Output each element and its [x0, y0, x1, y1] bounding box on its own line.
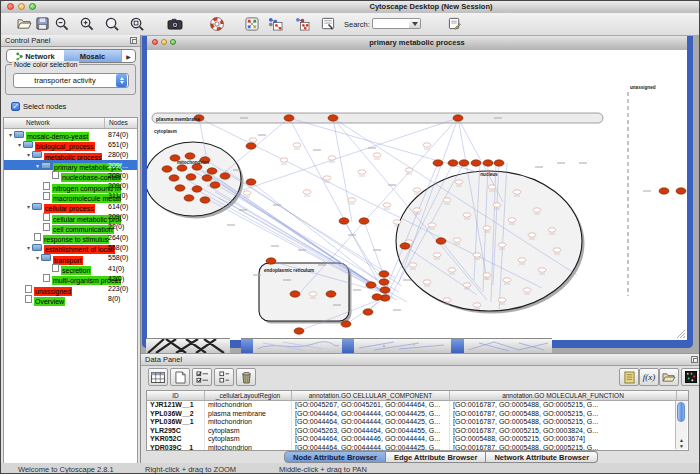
network-node[interactable] [409, 263, 417, 267]
formula-fx-icon[interactable]: f(x) [639, 368, 659, 386]
node-color-dropdown[interactable]: transporter activity [13, 73, 129, 88]
network-node[interactable] [405, 168, 413, 172]
zoom-out-icon[interactable] [53, 15, 71, 32]
help-lifebuoy-icon[interactable] [208, 15, 226, 32]
expand-arrow-icon[interactable]: ▾ [25, 151, 32, 158]
background-window-edge[interactable] [342, 338, 354, 353]
network-node-selected[interactable] [284, 115, 294, 121]
network-node-selected[interactable] [246, 143, 256, 149]
network-node-selected[interactable] [177, 165, 187, 171]
save-icon[interactable] [33, 15, 51, 32]
network-node-selected[interactable] [453, 115, 463, 121]
delete-attribute-trash-icon[interactable] [236, 368, 256, 386]
zoom-fit-icon[interactable] [103, 15, 121, 32]
network-node-selected[interactable] [186, 174, 196, 180]
network-node[interactable] [533, 208, 541, 212]
network-node[interactable] [249, 138, 257, 142]
network-node-selected[interactable] [184, 195, 194, 201]
table-row[interactable]: YPL036W__1mitochondrion[GO:0044464, GO:0… [147, 418, 688, 427]
network-node-selected[interactable] [246, 179, 256, 185]
network-node[interactable] [413, 208, 421, 212]
network-node[interactable] [483, 273, 491, 277]
network-node-selected[interactable] [400, 243, 410, 249]
table-column-header[interactable]: annotation.GO MOLECULAR_FUNCTION [450, 391, 677, 400]
network-node-selected[interactable] [380, 287, 390, 293]
network-node-selected[interactable] [266, 258, 276, 264]
network-node[interactable] [493, 203, 501, 207]
select-attributes-icon[interactable] [214, 368, 234, 386]
network-node-selected[interactable] [339, 218, 349, 224]
network-node-selected[interactable] [185, 153, 195, 159]
snapshot-camera-icon[interactable] [166, 15, 184, 32]
network-node-selected[interactable] [363, 309, 373, 315]
network-node-selected[interactable] [471, 160, 481, 166]
network-node-selected[interactable] [207, 168, 217, 174]
minimize-window-button[interactable] [18, 3, 25, 10]
new-attribute-icon[interactable] [170, 368, 190, 386]
background-window-thumbnail[interactable] [464, 338, 552, 353]
table-row[interactable]: YPL036W__2plasma membrane[GO:0044464, GO… [147, 410, 688, 419]
search-input[interactable] [372, 18, 410, 29]
annotation-form-icon[interactable] [319, 15, 337, 32]
network-node[interactable] [528, 233, 536, 237]
create-network-icon[interactable] [243, 15, 261, 32]
network-node[interactable] [373, 153, 381, 157]
zoom-selected-icon[interactable] [128, 15, 146, 32]
network-node[interactable] [463, 213, 471, 217]
table-column-header[interactable]: _cellularLayoutRegion [205, 391, 292, 400]
more-tabs-button[interactable]: ▶ [121, 50, 135, 62]
network-node-selected[interactable] [433, 160, 443, 166]
network-node[interactable] [348, 198, 356, 202]
network-node-selected[interactable] [659, 188, 669, 194]
network-node-selected[interactable] [448, 160, 458, 166]
network-node[interactable] [358, 170, 366, 174]
network-node-selected[interactable] [202, 175, 212, 181]
tab-edge-attribute-browser[interactable]: Edge Attribute Browser [386, 451, 486, 463]
network-node[interactable] [473, 253, 481, 257]
network-node[interactable] [553, 248, 561, 252]
network-node[interactable] [393, 220, 401, 224]
network-node[interactable] [483, 226, 491, 230]
network-node[interactable] [293, 143, 301, 147]
network-node-selected[interactable] [436, 238, 446, 244]
network-node-selected[interactable] [294, 328, 304, 334]
expand-arrow-icon[interactable]: ▾ [16, 141, 23, 148]
notes-icon[interactable] [619, 368, 639, 386]
network-node-selected[interactable] [290, 291, 300, 297]
network-node[interactable] [448, 268, 456, 272]
table-scrollbar[interactable]: ▲▼ [675, 401, 687, 449]
network-node-selected[interactable] [169, 175, 179, 181]
tab-node-attribute-browser[interactable]: Node Attribute Browser [284, 451, 386, 463]
network-node-selected[interactable] [326, 291, 336, 297]
network-node[interactable] [443, 198, 451, 202]
table-row[interactable]: YLR295Ccytoplasm[GO:0045263, GO:0044464,… [147, 427, 688, 436]
network-node[interactable] [453, 238, 461, 242]
table-row[interactable]: YKR052Ccytoplasm[GO:0044464, GO:0044446,… [147, 435, 688, 444]
network-node[interactable] [503, 278, 511, 282]
network-node[interactable] [433, 253, 441, 257]
network-node[interactable] [548, 228, 556, 232]
network-node-selected[interactable] [372, 294, 382, 300]
network-node-selected[interactable] [192, 186, 202, 192]
import-folder-icon[interactable] [659, 368, 679, 386]
expand-arrow-icon[interactable]: ▾ [25, 203, 32, 210]
network-node[interactable] [280, 158, 288, 162]
network-node[interactable] [498, 298, 506, 302]
network-node[interactable] [323, 176, 331, 180]
table-column-header[interactable]: ID [147, 391, 205, 400]
network-node-selected[interactable] [162, 166, 172, 172]
network-node[interactable] [303, 190, 311, 194]
network-node-selected[interactable] [359, 218, 369, 224]
network-node[interactable] [473, 303, 481, 307]
edit-search-icon[interactable] [445, 15, 463, 32]
network-node[interactable] [518, 258, 526, 262]
network-node-selected[interactable] [220, 173, 230, 179]
matrix-icon[interactable] [681, 368, 700, 386]
expand-arrow-icon[interactable]: ▾ [34, 254, 41, 261]
table-column-header[interactable]: annotation.GO CELLULAR_COMPONENT [292, 391, 450, 400]
network-node[interactable] [508, 218, 516, 222]
data-panel-float-icon[interactable] [691, 356, 698, 363]
network-node-selected[interactable] [379, 271, 389, 277]
network-node[interactable] [463, 283, 471, 287]
scrollbar-arrows-icon[interactable]: ▲▼ [676, 437, 687, 449]
